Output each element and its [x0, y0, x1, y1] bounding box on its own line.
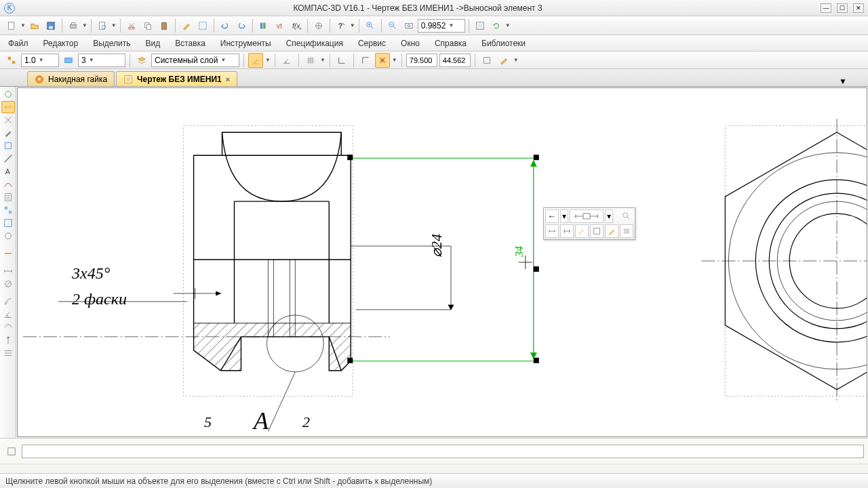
layer-button[interactable]: [134, 53, 149, 68]
menu-bar: Файл Редактор Выделить Вид Вставка Инстр…: [0, 35, 868, 52]
window-title: КОМПАС-3D V16.1 - Чертеж БЕЗ ИМЕНИ1 ->Вы…: [15, 3, 821, 13]
text-panel-icon[interactable]: A: [1, 165, 15, 178]
menu-select[interactable]: Выделить: [90, 37, 133, 49]
zoom-combo[interactable]: 0.9852▼: [418, 19, 465, 33]
help-button[interactable]: ?: [334, 18, 349, 33]
angle-dim-icon[interactable]: [1, 308, 15, 321]
cmd-icon[interactable]: [4, 444, 19, 459]
edit-panel-icon[interactable]: [1, 127, 15, 139]
color-button[interactable]: [248, 53, 263, 68]
menu-window[interactable]: Окно: [398, 37, 422, 49]
ctx-opt6-button[interactable]: [620, 224, 633, 238]
paste-button[interactable]: [157, 18, 172, 33]
grid-button[interactable]: [303, 53, 318, 68]
ctx-opt4-button[interactable]: [590, 224, 604, 238]
copy-button[interactable]: [140, 18, 155, 33]
linewidth-combo[interactable]: 1.0▼: [21, 54, 59, 67]
menu-tools[interactable]: Инструменты: [218, 37, 274, 49]
param-panel-icon[interactable]: [1, 140, 15, 152]
tabs-dropdown-icon[interactable]: ▼: [838, 77, 848, 86]
auto-dim-icon[interactable]: [1, 347, 15, 359]
menu-editor[interactable]: Редактор: [41, 37, 81, 49]
command-input[interactable]: [22, 445, 864, 458]
linear-dim-icon[interactable]: [1, 265, 15, 277]
diameter-dim-icon[interactable]: [1, 278, 15, 290]
round-button[interactable]: [358, 53, 373, 68]
undo-button[interactable]: [218, 18, 233, 33]
views-panel-icon[interactable]: [1, 204, 15, 216]
maximize-button[interactable]: ☐: [837, 3, 848, 13]
menu-file[interactable]: Файл: [5, 37, 31, 49]
new-doc-button[interactable]: [4, 18, 19, 33]
status-text: Щелкните левой кнопкой мыши на объекте д…: [5, 476, 432, 486]
arc-dim-icon[interactable]: [1, 321, 15, 333]
document-tab-active[interactable]: Чертеж БЕЗ ИМЕНИ1 ×: [116, 71, 237, 86]
properties-button[interactable]: [179, 18, 194, 33]
refresh-button[interactable]: [489, 18, 504, 33]
svg-text:?: ?: [338, 21, 342, 29]
tool13-icon[interactable]: [1, 247, 15, 260]
menu-libraries[interactable]: Библиотеки: [479, 37, 528, 49]
drawing-canvas[interactable]: 3x45° 2 фаски ⌀24 34 А 5 2 ← ▾ ▾: [17, 87, 867, 437]
ctx-arrow1-button[interactable]: ←: [545, 209, 559, 223]
document-tab[interactable]: Накидная гайка: [27, 71, 115, 86]
snap-button[interactable]: [375, 53, 390, 68]
ctx-dim-drop[interactable]: ▾: [605, 209, 613, 223]
state-button[interactable]: [4, 53, 19, 68]
svg-text:vt: vt: [277, 21, 282, 29]
redo-button[interactable]: [234, 18, 249, 33]
linestyle-button[interactable]: [61, 53, 76, 68]
tab-close-icon[interactable]: ×: [226, 75, 230, 83]
geometry-panel-icon[interactable]: [1, 88, 15, 100]
assoc-panel-icon[interactable]: [1, 217, 15, 229]
svg-point-33: [5, 92, 11, 98]
scale-combo[interactable]: 3▼: [78, 54, 125, 67]
open-button[interactable]: [27, 18, 42, 33]
menu-view[interactable]: Вид: [143, 37, 163, 49]
ctx-dim-type-button[interactable]: [570, 209, 604, 223]
menu-help[interactable]: Справка: [432, 37, 469, 49]
zoom-window-button[interactable]: [385, 18, 400, 33]
ctx-zoom-icon[interactable]: [620, 209, 633, 223]
dimensions-panel-icon[interactable]: [1, 101, 15, 113]
angle-button[interactable]: [279, 53, 294, 68]
ctx-opt5-button[interactable]: [605, 224, 618, 238]
svg-rect-50: [534, 266, 539, 272]
system-button[interactable]: [479, 53, 494, 68]
fx-button[interactable]: f(x): [289, 18, 304, 33]
ctx-arrow1-drop[interactable]: ▾: [560, 209, 568, 223]
menu-insert[interactable]: Вставка: [172, 37, 208, 49]
radial-dim-icon[interactable]: [1, 296, 15, 308]
close-button[interactable]: ✕: [853, 3, 864, 13]
ctx-opt1-button[interactable]: [545, 224, 559, 238]
height-dim-icon[interactable]: [1, 334, 15, 346]
ctx-opt3-button[interactable]: [575, 224, 589, 238]
save-button[interactable]: [43, 18, 58, 33]
edit-button[interactable]: [496, 53, 511, 68]
variables-button[interactable]: vt: [273, 18, 288, 33]
tab-label: Накидная гайка: [48, 75, 107, 84]
svg-point-40: [5, 233, 11, 239]
select-all-button[interactable]: [195, 18, 210, 33]
print-button[interactable]: [66, 18, 81, 33]
ortho-button[interactable]: [334, 53, 349, 68]
minimize-button[interactable]: —: [821, 3, 831, 13]
preview-button[interactable]: [95, 18, 110, 33]
rebuild-button[interactable]: [473, 18, 488, 33]
manager-button[interactable]: [311, 18, 326, 33]
zoom-in-button[interactable]: [363, 18, 378, 33]
coord-y-input[interactable]: [439, 54, 471, 67]
tool12-icon[interactable]: [1, 230, 15, 242]
zoom-fit-button[interactable]: [401, 18, 416, 33]
library-button[interactable]: [256, 18, 271, 33]
cut-button[interactable]: [124, 18, 139, 33]
menu-service[interactable]: Сервис: [355, 37, 389, 49]
curve-panel-icon[interactable]: [1, 178, 15, 190]
layer-combo[interactable]: Системный слой▼: [151, 54, 239, 67]
spec-panel-icon[interactable]: [1, 191, 15, 203]
ctx-opt2-button[interactable]: [560, 224, 574, 238]
coord-x-input[interactable]: [406, 54, 437, 67]
measure-panel-icon[interactable]: [1, 152, 15, 165]
symbols-panel-icon[interactable]: [1, 114, 15, 126]
menu-specification[interactable]: Спецификация: [283, 37, 346, 49]
